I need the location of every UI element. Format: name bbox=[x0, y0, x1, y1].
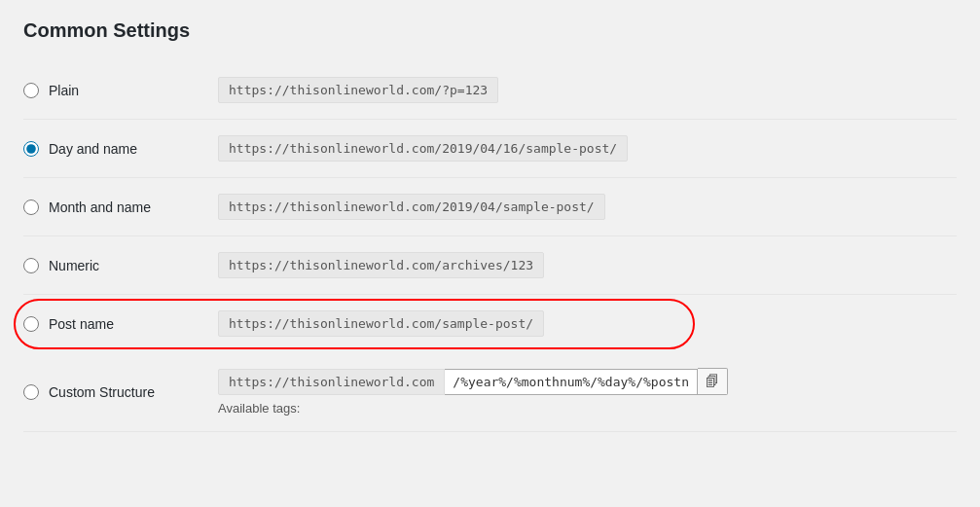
label-plain: Plain bbox=[49, 83, 79, 98]
label-post-name: Post name bbox=[49, 316, 114, 332]
radio-plain[interactable] bbox=[23, 83, 39, 98]
radio-label-month-and-name[interactable]: Month and name bbox=[23, 199, 218, 215]
row-numeric: Numerichttps://thisonlineworld.com/archi… bbox=[23, 236, 957, 295]
label-numeric: Numeric bbox=[49, 258, 99, 273]
custom-structure-radio[interactable] bbox=[23, 384, 39, 400]
custom-structure-input-wrap: https://thisonlineworld.com 🗐 bbox=[218, 368, 728, 395]
available-tags-label: Available tags: bbox=[218, 401, 300, 416]
radio-label-post-name[interactable]: Post name bbox=[23, 316, 218, 332]
row-month-and-name: Month and namehttps://thisonlineworld.co… bbox=[23, 178, 957, 236]
label-month-and-name: Month and name bbox=[49, 199, 151, 215]
radio-post-name[interactable] bbox=[23, 316, 39, 332]
row-post-name: Post namehttps://thisonlineworld.com/sam… bbox=[23, 295, 957, 352]
radio-month-and-name[interactable] bbox=[23, 199, 39, 215]
label-day-and-name: Day and name bbox=[49, 141, 137, 157]
custom-structure-label: Custom Structure bbox=[49, 384, 155, 400]
custom-structure-row: Custom Structure https://thisonlineworld… bbox=[23, 352, 957, 432]
row-plain: Plainhttps://thisonlineworld.com/?p=123 bbox=[23, 61, 957, 120]
radio-day-and-name[interactable] bbox=[23, 141, 39, 157]
custom-url-input[interactable] bbox=[445, 369, 698, 395]
radio-label-plain[interactable]: Plain bbox=[23, 83, 218, 98]
page-title: Common Settings bbox=[23, 19, 957, 42]
row-day-and-name: Day and namehttps://thisonlineworld.com/… bbox=[23, 120, 957, 178]
url-post-name: https://thisonlineworld.com/sample-post/ bbox=[218, 310, 544, 337]
custom-structure-radio-label[interactable]: Custom Structure bbox=[23, 384, 218, 400]
clipboard-button[interactable]: 🗐 bbox=[698, 368, 728, 395]
custom-url-base: https://thisonlineworld.com bbox=[218, 369, 445, 395]
url-day-and-name: https://thisonlineworld.com/2019/04/16/s… bbox=[218, 135, 628, 162]
radio-label-day-and-name[interactable]: Day and name bbox=[23, 141, 218, 157]
url-numeric: https://thisonlineworld.com/archives/123 bbox=[218, 252, 544, 278]
radio-numeric[interactable] bbox=[23, 258, 39, 273]
url-plain: https://thisonlineworld.com/?p=123 bbox=[218, 77, 498, 103]
url-month-and-name: https://thisonlineworld.com/2019/04/samp… bbox=[218, 194, 605, 220]
radio-label-numeric[interactable]: Numeric bbox=[23, 258, 218, 273]
